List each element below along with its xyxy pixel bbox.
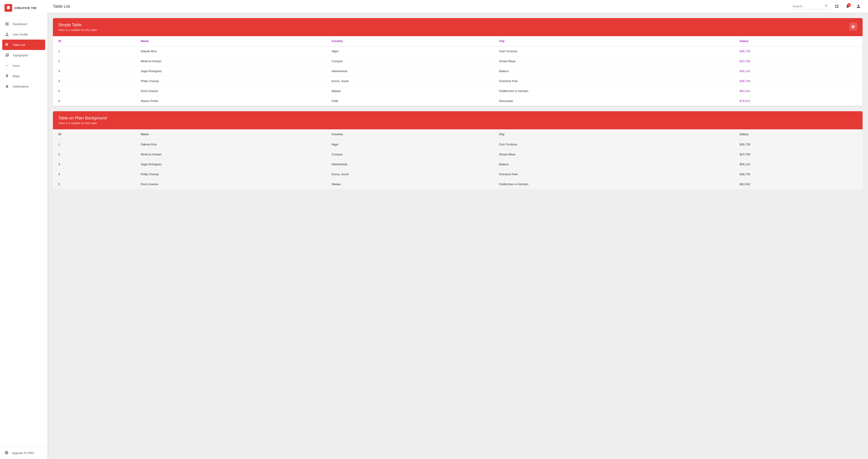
simple-table-settings-button[interactable] [849, 23, 857, 31]
cell-city: Sinaai-Waas [494, 56, 735, 66]
col-salary: Salary [734, 36, 863, 46]
plain-col-name: Name [135, 129, 326, 139]
header: Table List 5 [48, 0, 868, 13]
cell-salary: $78,615 [734, 96, 863, 106]
table-row: 2 Minerva Hooper Curaçao Sinaai-Waas $23… [53, 56, 863, 66]
cell-salary: $36,738 [734, 139, 863, 149]
cell-salary: $38,735 [734, 170, 863, 179]
plain-table-header: Table on Plain Background Here is a subt… [53, 111, 863, 129]
sidebar-item-table-list-label: Table List [13, 43, 25, 47]
content-area: Simple Table Here is a subtitle for this… [48, 13, 868, 459]
icons-icon [4, 63, 9, 68]
sidebar-item-icons-label: Icons [13, 64, 20, 67]
sidebar-item-maps[interactable]: Maps [0, 71, 48, 81]
cell-city: Feldkirchen in Kärnten [494, 86, 735, 96]
simple-table-wrap: ID Name Country City Salary 1 Dakota Ric… [53, 36, 863, 106]
search-box[interactable] [791, 3, 830, 9]
cell-id: 5 [53, 86, 135, 96]
table-row: 2 Minerva Hooper Curaçao Sinaai-Waas $23… [53, 149, 863, 159]
page-title: Table List [53, 4, 791, 9]
cell-city: Overland Park [494, 170, 735, 179]
plain-table-card: Table on Plain Background Here is a subt… [53, 111, 863, 189]
notifications-icon [4, 84, 9, 89]
cell-city: Oud-Turnhout [494, 139, 735, 149]
upgrade-label: Upgrade To PRO [12, 451, 34, 455]
cell-city: Baileux [494, 66, 735, 76]
cell-country: Netherlands [326, 159, 494, 170]
svg-point-0 [7, 65, 7, 66]
sidebar-item-table-list[interactable]: Table List [2, 39, 45, 50]
sidebar-item-user-profile[interactable]: User Profile [0, 29, 48, 39]
maps-icon [4, 73, 9, 79]
user-button[interactable] [855, 2, 863, 10]
svg-point-2 [8, 65, 8, 66]
cell-country: Malawi [326, 179, 494, 189]
notifications-button[interactable]: 5 [844, 2, 852, 10]
plain-table-wrap: ID Name Country City Salary 1 Dakota Ric… [53, 129, 863, 189]
plain-col-id: ID [53, 129, 135, 139]
sidebar-logo: CREATIVE TIM [0, 0, 48, 16]
plain-table-title: Table on Plain Background [58, 116, 107, 121]
sidebar-item-dashboard-label: Dashboard [13, 22, 27, 26]
sidebar-item-notifications[interactable]: Notifications [0, 81, 48, 92]
plain-table: ID Name Country City Salary 1 Dakota Ric… [53, 129, 863, 189]
simple-table-card: Simple Table Here is a subtitle for this… [53, 18, 863, 106]
cell-name: Doris Greene [135, 86, 326, 96]
plain-table-subtitle: Here is a subtitle for this table [58, 121, 107, 125]
cell-id: 4 [53, 76, 135, 86]
cell-name: Philip Chaney [135, 76, 326, 86]
cell-id: 3 [53, 66, 135, 76]
cell-city: Gloucester [494, 96, 735, 106]
sidebar-item-typography[interactable]: Typography [0, 50, 48, 60]
svg-point-1 [6, 65, 6, 66]
cell-country: Niger [326, 46, 494, 56]
col-country: Country [326, 36, 494, 46]
cell-id: 4 [53, 170, 135, 179]
cell-country: Malawi [326, 86, 494, 96]
table-row: 4 Philip Chaney Korea, South Overland Pa… [53, 170, 863, 179]
cell-id: 1 [53, 46, 135, 56]
cell-id: 2 [53, 56, 135, 66]
sidebar: CREATIVE TIM Dashboard User Profile Tabl… [0, 0, 48, 459]
cell-country: Korea, South [326, 170, 494, 179]
main-area: Table List 5 S [48, 0, 868, 459]
cell-city: Oud-Turnhout [494, 46, 735, 56]
table-row: 5 Doris Greene Malawi Feldkirchen in Kär… [53, 86, 863, 96]
table-row: 3 Sage Rodriguez Netherlands Baileux $56… [53, 66, 863, 76]
cell-salary: $36,738 [734, 46, 863, 56]
cell-name: Philip Chaney [135, 170, 326, 179]
search-input[interactable] [793, 4, 824, 8]
cell-id: 2 [53, 149, 135, 159]
notification-badge: 5 [847, 3, 851, 7]
table-row: 5 Doris Greene Malawi Feldkirchen in Kär… [53, 179, 863, 189]
plain-col-country: Country [326, 129, 494, 139]
person-icon [4, 32, 9, 37]
sidebar-item-icons[interactable]: Icons [0, 60, 48, 71]
sidebar-item-notifications-label: Notifications [13, 85, 29, 88]
cell-city: Sinaai-Waas [494, 149, 735, 159]
cell-salary: $23,789 [734, 56, 863, 66]
cell-name: Mason Porter [135, 96, 326, 106]
col-name: Name [135, 36, 326, 46]
col-id: ID [53, 36, 135, 46]
upgrade-button[interactable]: Upgrade To PRO [0, 447, 48, 459]
cell-salary: $56,142 [734, 66, 863, 76]
grid-button[interactable] [833, 2, 841, 10]
simple-table-header-row: ID Name Country City Salary [53, 36, 863, 46]
search-button[interactable] [824, 4, 829, 9]
cell-country: Korea, South [326, 76, 494, 86]
cell-name: Dakota Rice [135, 46, 326, 56]
simple-table: ID Name Country City Salary 1 Dakota Ric… [53, 36, 863, 106]
brand-logo-icon [4, 4, 12, 12]
cell-name: Doris Greene [135, 179, 326, 189]
cell-city: Overland Park [494, 76, 735, 86]
simple-table-header: Simple Table Here is a subtitle for this… [53, 18, 863, 36]
cell-salary: $63,542 [734, 86, 863, 96]
table-row: 3 Sage Rodriguez Netherlands Baileux $56… [53, 159, 863, 170]
cell-salary: $38,735 [734, 76, 863, 86]
col-city: City [494, 36, 735, 46]
table-row: 1 Dakota Rice Niger Oud-Turnhout $36,738 [53, 46, 863, 56]
table-row: 1 Dakota Rice Niger Oud-Turnhout $36,738 [53, 139, 863, 149]
brand-name: CREATIVE TIM [14, 6, 36, 10]
sidebar-item-dashboard[interactable]: Dashboard [0, 19, 48, 29]
